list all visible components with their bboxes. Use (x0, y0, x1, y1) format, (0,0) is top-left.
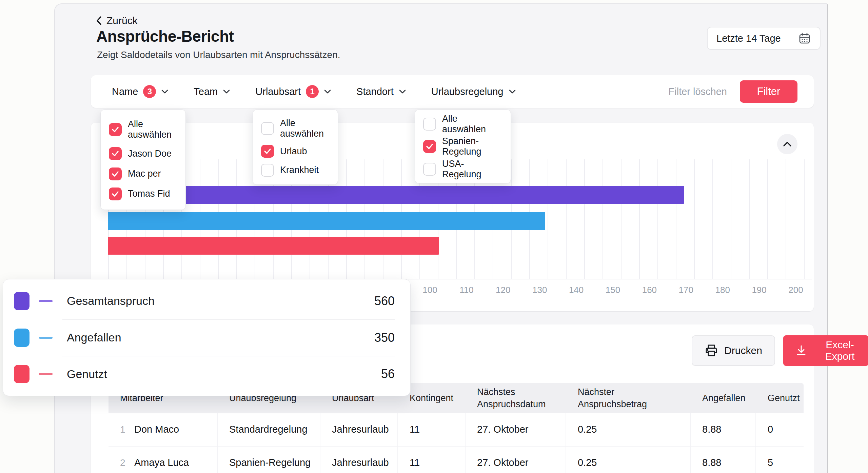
filter-chip-label: Urlaubsart (255, 86, 301, 97)
checkbox[interactable] (423, 118, 436, 131)
column-header-7[interactable]: Angefallen (691, 389, 756, 407)
x-tick-label: 140 (569, 285, 584, 295)
checkbox[interactable] (109, 188, 122, 200)
back-link[interactable]: Zurück (96, 15, 138, 26)
cell-text: Standardregelung (229, 424, 308, 435)
checkbox[interactable] (261, 145, 274, 158)
x-tick-label: 120 (496, 285, 510, 295)
chevron-up-icon (783, 141, 792, 147)
checkbox[interactable] (109, 147, 122, 160)
dropdown-option-spanien-regelung[interactable]: Spanien-Regelung (415, 136, 511, 157)
legend-row-gesamtanspruch: Gesamtanspruch560 (3, 283, 410, 319)
dropdown-option-krankheit[interactable]: Krankheit (253, 164, 338, 177)
table-row[interactable]: 2Amaya LucaSpanien-RegelungJahresurlaub1… (108, 447, 804, 473)
dropdown-option-label: Alle auswählen (442, 114, 502, 135)
dropdown-option-label: Spanien-Regelung (442, 136, 502, 157)
dropdown-option-label: Krankheit (280, 165, 319, 175)
filter-chip-urlaubsregelung[interactable]: Urlaubsregelung (431, 86, 516, 97)
chevron-down-icon (324, 89, 331, 94)
dropdown-option-urlaub[interactable]: Urlaub (253, 145, 338, 158)
column-header-8[interactable]: Genutzt (756, 389, 804, 407)
cell-text: 5 (768, 457, 773, 468)
x-tick-label: 100 (422, 285, 437, 295)
bar-angefallen (108, 212, 545, 230)
chevron-down-icon (509, 89, 516, 94)
column-header-text: Nächster Anspruchsbetrag (578, 386, 659, 411)
download-icon (796, 345, 806, 356)
cell-text: 0.25 (578, 424, 597, 435)
dropdown-option-label: Jason Doe (128, 149, 172, 159)
dropdown-option-mac-per[interactable]: Mac per (101, 167, 185, 180)
filter-actions: Filter löschen Filter (669, 80, 797, 103)
table-cell-1: 2Amaya Luca (108, 447, 218, 473)
print-button[interactable]: Drucken (692, 335, 775, 366)
checkbox[interactable] (109, 167, 122, 180)
table-cell-4: 11 (398, 447, 466, 473)
x-tick-label: 150 (606, 285, 620, 295)
apply-filter-button[interactable]: Filter (740, 80, 797, 103)
back-label: Zurück (106, 15, 138, 26)
checkbox[interactable] (261, 164, 274, 177)
column-header-text: Angefallen (702, 392, 746, 404)
legend-dash-icon (39, 300, 53, 302)
page: Zurück Ansprüche-Bericht Zeigt Saldodeta… (0, 0, 868, 473)
legend-color-swatch (14, 329, 29, 347)
dropdown-option-tomas-fid[interactable]: Tomas Fid (101, 188, 185, 200)
filter-chip-team[interactable]: Team (194, 86, 230, 97)
table-cell-1: 1Don Maco (108, 413, 218, 446)
column-header-5[interactable]: Nächstes Anspruchsdatum (466, 383, 566, 413)
cell-text: Jahresurlaub (332, 457, 389, 468)
x-tick-label: 180 (715, 285, 730, 295)
table-cell-3: Jahresurlaub (320, 413, 398, 446)
cell-text: Spanien-Regelung (229, 457, 311, 468)
dropdown-option-alle-auswählen[interactable]: Alle auswählen (415, 114, 511, 135)
cell-text: 0.25 (578, 457, 597, 468)
filter-chip-name[interactable]: Name3 (112, 85, 169, 98)
calendar-icon (798, 32, 811, 45)
filter-chip-label: Standort (356, 86, 394, 97)
legend-value: 56 (381, 367, 395, 381)
legend-dash-icon (39, 337, 53, 339)
table-row[interactable]: 1Don MacoStandardregelungJahresurlaub112… (108, 413, 804, 447)
table-cell-2: Standardregelung (218, 413, 320, 446)
x-tick-label: 160 (642, 285, 657, 295)
urlaubsregelung-filter-dropdown: Alle auswählenSpanien-RegelungUSA-Regelu… (415, 110, 511, 183)
cell-text: 8.88 (702, 424, 721, 435)
clear-filters-link[interactable]: Filter löschen (669, 86, 727, 97)
page-title: Ansprüche-Bericht (96, 27, 234, 45)
dropdown-option-usa-regelung[interactable]: USA-Regelung (415, 159, 511, 180)
row-number: 1 (120, 424, 134, 435)
table-cell-7: 8.88 (691, 413, 756, 446)
date-range-picker[interactable]: Letzte 14 Tage (707, 27, 821, 50)
legend-row-genutzt: Genutzt56 (3, 356, 410, 392)
collapse-chart-button[interactable] (777, 134, 797, 154)
filter-chip-urlaubsart[interactable]: Urlaubsart1 (255, 85, 331, 98)
row-number: 2 (120, 457, 134, 468)
x-tick-label: 170 (679, 285, 693, 295)
filter-chips: Name3TeamUrlaubsart1StandortUrlaubsregel… (112, 85, 516, 98)
bar-gesamtanspruch (108, 186, 684, 204)
legend-color-swatch (14, 365, 29, 383)
filter-bar: Name3TeamUrlaubsart1StandortUrlaubsregel… (91, 75, 814, 108)
filter-count-badge: 1 (306, 85, 319, 98)
checkbox[interactable] (423, 140, 436, 153)
checkbox[interactable] (109, 123, 122, 136)
filter-chip-label: Urlaubsregelung (431, 86, 504, 97)
column-header-6[interactable]: Nächster Anspruchsbetrag (566, 383, 691, 413)
table-cell-6: 0.25 (566, 447, 691, 473)
excel-export-button[interactable]: Excel-Export (783, 335, 868, 366)
urlaubsart-filter-dropdown: Alle auswählenUrlaubKrankheit (253, 110, 338, 185)
date-range-value: Letzte 14 Tage (716, 33, 781, 44)
table-cell-8: 5 (756, 447, 804, 473)
dropdown-option-alle-auswählen[interactable]: Alle auswählen (101, 119, 185, 140)
cell-text: Jahresurlaub (332, 424, 389, 435)
dropdown-option-alle-auswählen[interactable]: Alle auswählen (253, 118, 338, 139)
checkbox[interactable] (423, 163, 436, 176)
cell-text: 0 (768, 424, 773, 435)
cell-text: Don Maco (134, 424, 179, 435)
checkbox[interactable] (261, 122, 274, 135)
dropdown-option-jason-doe[interactable]: Jason Doe (101, 147, 185, 160)
name-filter-dropdown: Alle auswählenJason DoeMac perTomas Fid (100, 110, 186, 210)
chevron-down-icon (399, 89, 406, 94)
filter-chip-standort[interactable]: Standort (356, 86, 406, 97)
